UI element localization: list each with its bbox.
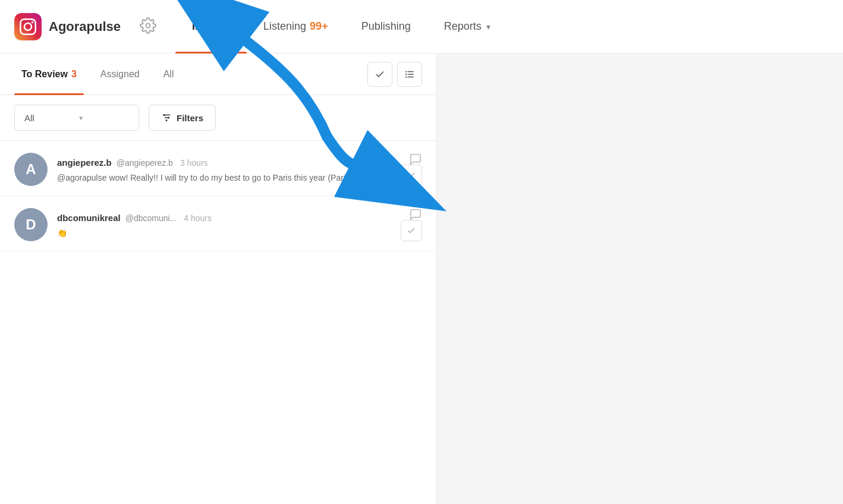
message-item[interactable]: D dbcomunikreal @dbcomuni... 4 hours 👏 xyxy=(0,196,436,251)
sub-tab-assigned[interactable]: Assigned xyxy=(93,53,147,95)
avatar: D xyxy=(14,208,48,241)
right-panel xyxy=(437,53,843,504)
main-layout: To Review 3 Assigned All xyxy=(0,53,843,504)
mark-done-button[interactable] xyxy=(401,220,422,241)
nav-tab-reports[interactable]: Reports ▾ xyxy=(427,0,507,53)
main-nav-tabs: Inbox 3 Listening 99+ Publishing Reports… xyxy=(175,0,507,53)
left-panel: To Review 3 Assigned All xyxy=(0,53,437,504)
message-item[interactable]: A angieperez.b @angieperez.b 3 hours @ag… xyxy=(0,141,436,196)
filters-button[interactable]: Filters xyxy=(149,105,216,131)
top-navigation: Agorapulse Inbox 3 Listening 99+ Publish… xyxy=(0,0,843,53)
settings-button[interactable] xyxy=(135,12,161,40)
message-handle: @dbcomuni... xyxy=(125,213,177,223)
nav-tab-publishing[interactable]: Publishing xyxy=(345,0,427,53)
svg-point-0 xyxy=(146,24,150,28)
messages-list: A angieperez.b @angieperez.b 3 hours @ag… xyxy=(0,141,436,504)
svg-point-7 xyxy=(163,114,165,116)
avatar: A xyxy=(14,153,48,186)
nav-tab-inbox[interactable]: Inbox 3 xyxy=(175,0,247,53)
sub-tab-to-review[interactable]: To Review 3 xyxy=(14,53,84,95)
instagram-icon xyxy=(14,13,42,40)
sub-tab-actions xyxy=(367,62,422,87)
sub-tabs-bar: To Review 3 Assigned All xyxy=(0,53,436,95)
sub-tab-all[interactable]: All xyxy=(156,53,181,95)
reports-chevron-icon: ▾ xyxy=(486,22,490,32)
svg-point-9 xyxy=(166,119,168,121)
message-handle: @angieperez.b xyxy=(117,158,173,168)
brand-logo[interactable]: Agorapulse xyxy=(14,13,121,40)
message-username: angieperez.b xyxy=(57,158,112,168)
message-header: angieperez.b @angieperez.b 3 hours xyxy=(57,153,422,168)
message-content: angieperez.b @angieperez.b 3 hours @agor… xyxy=(57,153,422,186)
sort-button[interactable] xyxy=(397,62,422,87)
message-username: dbcomunikreal xyxy=(57,213,121,223)
filters-icon xyxy=(161,112,172,123)
message-header: dbcomunikreal @dbcomuni... 4 hours xyxy=(57,208,422,223)
category-dropdown[interactable]: All ▾ xyxy=(14,105,139,131)
check-all-button[interactable] xyxy=(367,62,392,87)
mark-done-button[interactable] xyxy=(401,165,422,186)
message-time: 4 hours xyxy=(184,213,212,223)
message-content: dbcomunikreal @dbcomuni... 4 hours 👏 xyxy=(57,208,422,241)
message-time: 3 hours xyxy=(180,158,208,168)
brand-name: Agorapulse xyxy=(49,19,121,34)
nav-tab-listening[interactable]: Listening 99+ xyxy=(247,0,345,53)
message-text: @agorapulse wow! Really!! I will try to … xyxy=(57,172,422,184)
dropdown-chevron-icon: ▾ xyxy=(79,114,129,122)
message-text: 👏 xyxy=(57,227,422,240)
filter-bar: All ▾ Filters xyxy=(0,95,436,141)
svg-point-8 xyxy=(168,117,169,119)
